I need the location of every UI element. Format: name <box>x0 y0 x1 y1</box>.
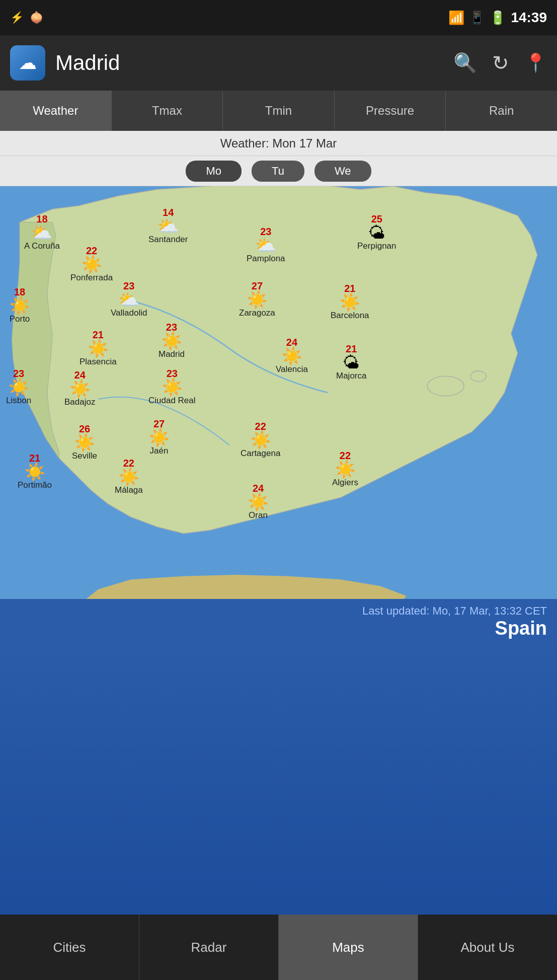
tab-weather[interactable]: Weather <box>0 91 112 131</box>
city-jaen: 27 ☀️ Jaén <box>148 419 170 456</box>
city-perpignan: 25 🌤 Perpignan <box>357 214 396 251</box>
tab-pressure[interactable]: Pressure <box>335 91 446 131</box>
day-button-we[interactable]: We <box>314 161 371 182</box>
country-name: Spain <box>495 618 547 639</box>
status-right-icons: 📶 📱 🔋 14:39 <box>448 10 547 26</box>
tab-tmin[interactable]: Tmin <box>223 91 335 131</box>
nav-about[interactable]: About Us <box>418 915 557 980</box>
signal-icon: 📱 <box>469 11 485 25</box>
info-bar: Last updated: Mo, 17 Mar, 13:32 CET Spai… <box>0 599 557 644</box>
city-portimao: 21 ☀️ Portimão <box>18 453 52 490</box>
city-plasencia: 21 ☀️ Plasencia <box>79 330 117 367</box>
city-cartagena: 22 ☀️ Cartagena <box>241 421 280 459</box>
bottom-nav: Cities Radar Maps About Us <box>0 915 557 980</box>
app-title: Madrid <box>55 51 443 75</box>
city-valencia: 24 ☀️ Valencia <box>276 337 308 374</box>
city-barcelona: 21 ☀️ Barcelona <box>331 283 369 321</box>
last-updated: Last updated: Mo, 17 Mar, 13:32 CET <box>362 605 547 618</box>
city-ponferrada: 22 ☀️ Ponferrada <box>70 246 113 283</box>
city-porto: 18 ☀️ Porto <box>9 287 30 324</box>
cloud-icon: ☁ <box>19 52 37 73</box>
city-ciudadreal: 23 ☀️ Ciudad Real <box>148 368 196 406</box>
usb-icon: ⚡ <box>10 11 24 24</box>
app-bar: ☁ Madrid 🔍 ↻ 📍 <box>0 35 557 91</box>
status-left-icons: ⚡ 🧅 <box>10 11 43 24</box>
nav-maps[interactable]: Maps <box>279 915 418 980</box>
city-valladolid: 23 ⛅ Valladolid <box>111 281 147 318</box>
city-oran: 24 ☀️ Oran <box>248 483 269 520</box>
app-actions: 🔍 ↻ 📍 <box>453 51 547 74</box>
tor-icon: 🧅 <box>30 11 43 24</box>
svg-text:Weather (Day): Weather (Day) <box>203 598 271 599</box>
search-button[interactable]: 🔍 <box>453 52 477 74</box>
tab-tmax[interactable]: Tmax <box>112 91 223 131</box>
city-pamplona: 23 ⛅ Pamplona <box>247 227 285 264</box>
tab-rain[interactable]: Rain <box>446 91 557 131</box>
city-algiers: 22 ☀️ Algiers <box>332 450 358 488</box>
city-badajoz: 24 ☀️ Badajoz <box>64 370 95 407</box>
weather-map[interactable]: © weatheronline.co.uk Weather (Day) 17.0… <box>0 186 557 599</box>
city-malaga: 22 ☀️ Málaga <box>115 458 143 495</box>
refresh-button[interactable]: ↻ <box>492 51 509 74</box>
svg-point-1 <box>427 376 464 396</box>
day-button-mo[interactable]: Mo <box>186 161 242 182</box>
city-lisbon: 23 ☀️ Lisbon <box>6 368 31 406</box>
city-zaragoza: 27 ☀️ Zaragoza <box>239 281 275 318</box>
day-selector: Mo Tu We <box>0 156 557 186</box>
city-seville: 26 ☀️ Seville <box>72 424 97 461</box>
battery-icon: 🔋 <box>490 10 506 26</box>
city-santander: 14 ⛅ Santander <box>148 207 188 245</box>
app-icon: ☁ <box>10 45 45 81</box>
svg-point-2 <box>470 371 486 382</box>
weather-date-header: Weather: Mon 17 Mar <box>0 131 557 156</box>
tab-bar: Weather Tmax Tmin Pressure Rain <box>0 91 557 131</box>
day-button-tu[interactable]: Tu <box>252 161 304 182</box>
wifi-icon: 📶 <box>448 10 464 26</box>
city-acorunha: 18 ⛅ A Coruña <box>24 214 60 251</box>
city-madrid: 23 ☀️ Madrid <box>158 322 185 359</box>
city-majorca: 21 🌤 Majorca <box>336 344 366 381</box>
location-button[interactable]: 📍 <box>524 52 547 73</box>
clock: 14:39 <box>511 10 547 26</box>
nav-cities[interactable]: Cities <box>0 915 139 980</box>
status-bar: ⚡ 🧅 📶 📱 🔋 14:39 <box>0 0 557 35</box>
nav-radar[interactable]: Radar <box>139 915 279 980</box>
